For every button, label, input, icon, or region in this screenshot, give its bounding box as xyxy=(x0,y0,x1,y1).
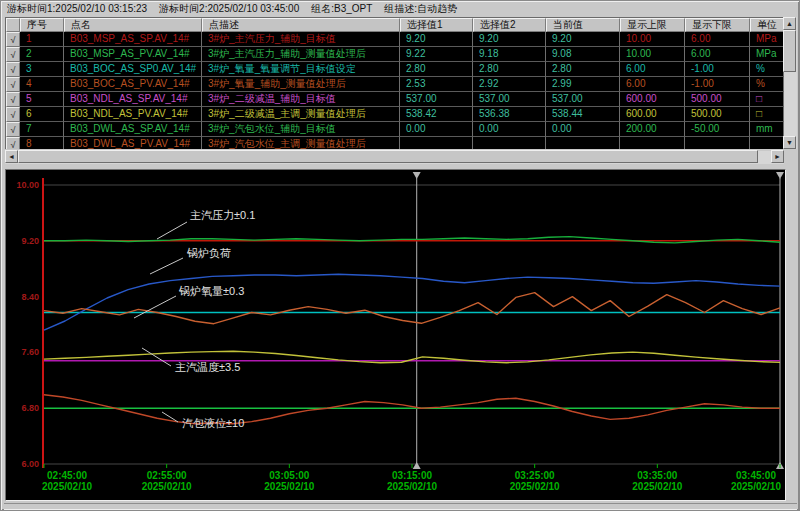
column-header[interactable]: 序号 xyxy=(20,18,64,32)
current-value: 2.99 xyxy=(546,77,620,92)
curve-label: 汽包液位±10 xyxy=(182,416,244,431)
cursor-2-top-handle[interactable] xyxy=(776,172,784,179)
selected-value-2: 536.38 xyxy=(473,107,546,122)
unit: □ xyxy=(750,92,784,107)
series-氧量_测量值 xyxy=(44,293,780,324)
selected-value-1 xyxy=(400,137,473,149)
x-axis-time-label: 03:35:00 xyxy=(632,470,682,481)
cursor1-time: 游标时间1:2025/02/10 03:15:23 xyxy=(7,3,147,14)
group-value: B3_OPT xyxy=(334,3,372,14)
column-header[interactable]: 显示上限 xyxy=(620,18,685,32)
selected-value-2 xyxy=(473,137,546,149)
column-header[interactable]: 显示下限 xyxy=(685,18,750,32)
curve-label: 主汽温度±3.5 xyxy=(175,360,240,375)
row-checkbox[interactable]: √ xyxy=(6,137,20,149)
selected-value-1: 0.00 xyxy=(400,122,473,137)
selected-value-2: 537.00 xyxy=(473,92,546,107)
x-axis-tick: 02:55:002025/02/10 xyxy=(142,470,192,492)
point-description: 3#炉_汽包水位_主调_测量值处理后 xyxy=(202,137,400,149)
row-checkbox[interactable]: √ xyxy=(6,77,20,92)
hscroll-thumb[interactable] xyxy=(18,150,758,163)
up-arrow-icon: ▲ xyxy=(786,20,793,27)
series-主汽压力_测量值 xyxy=(44,237,780,243)
point-description: 3#炉_二级减温_主调_测量值处理后 xyxy=(202,107,400,122)
column-header[interactable]: 选择值2 xyxy=(473,18,546,32)
x-axis-date-label: 2025/02/10 xyxy=(632,481,682,492)
table-vscrollbar[interactable]: ▲ ▼ xyxy=(784,17,797,149)
column-header[interactable]: 点名 xyxy=(64,18,202,32)
scroll-right-button[interactable]: ► xyxy=(771,150,784,163)
x-axis-time-label: 02:45:00 xyxy=(42,470,92,481)
table-row[interactable]: √5B03_NDL_AS_SP.AV_14#3#炉_二级减温_辅助_目标值537… xyxy=(6,92,784,107)
trend-chart[interactable]: 主汽压力±0.1锅炉负荷锅炉氧量±0.3主汽温度±3.5汽包液位±1010.00… xyxy=(5,169,786,501)
group-label: 组名: xyxy=(311,3,334,14)
column-header[interactable]: 点描述 xyxy=(202,18,400,32)
scroll-up-button[interactable]: ▲ xyxy=(783,17,796,30)
unit: □ xyxy=(750,107,784,122)
column-header[interactable] xyxy=(6,18,20,32)
display-lower-limit: 6.00 xyxy=(685,32,750,47)
display-lower-limit xyxy=(685,137,750,149)
x-axis-date-label: 2025/02/10 xyxy=(387,481,437,492)
selected-value-2: 2.92 xyxy=(473,77,546,92)
unit: % xyxy=(750,77,784,92)
y-axis-tick-label: 8.40 xyxy=(6,292,39,302)
table-row[interactable]: √8B03_DWL_AS_PV.AV_14#3#炉_汽包水位_主调_测量值处理后 xyxy=(6,137,784,149)
unit xyxy=(750,137,784,149)
table-row[interactable]: √1B03_MSP_AS_SP.AV_14#3#炉_主汽压力_辅助_目标值9.2… xyxy=(6,32,784,47)
group-desc-label: 组描述: xyxy=(384,3,417,14)
display-lower-limit: 500.00 xyxy=(685,92,750,107)
row-checkbox[interactable]: √ xyxy=(6,122,20,137)
unit: MPa xyxy=(750,47,784,62)
point-name: B03_NDL_AS_SP.AV_14# xyxy=(64,92,202,107)
vscroll-thumb[interactable] xyxy=(783,30,796,72)
row-index: 1 xyxy=(20,32,64,47)
row-index: 4 xyxy=(20,77,64,92)
column-header[interactable]: 单位 xyxy=(750,18,784,32)
scroll-down-button[interactable]: ▼ xyxy=(783,136,796,149)
trend-curves-svg xyxy=(6,170,787,502)
display-upper-limit: 600.00 xyxy=(620,107,685,122)
point-name: B03_MSP_AS_PV.AV_14# xyxy=(64,47,202,62)
trend-app-window: 游标时间1:2025/02/10 03:15:23游标时间2:2025/02/1… xyxy=(0,0,800,511)
cursor-1-bottom-handle[interactable] xyxy=(413,462,421,469)
x-axis-tick: 03:15:002025/02/10 xyxy=(387,470,437,492)
table-row[interactable]: √3B03_BOC_AS_SP0.AV_14#3#炉_氧量_氧量调节_目标值设定… xyxy=(6,62,784,77)
left-arrow-icon: ◄ xyxy=(8,153,15,160)
right-arrow-icon: ► xyxy=(774,153,781,160)
display-lower-limit: 500.00 xyxy=(685,107,750,122)
y-axis-tick-label: 10.00 xyxy=(6,180,39,190)
x-axis-date-label: 2025/02/10 xyxy=(510,481,560,492)
y-axis-tick-label: 6.80 xyxy=(6,403,39,413)
point-name: B03_MSP_AS_SP.AV_14# xyxy=(64,32,202,47)
row-checkbox[interactable]: √ xyxy=(6,47,20,62)
row-index: 7 xyxy=(20,122,64,137)
row-checkbox[interactable]: √ xyxy=(6,32,20,47)
cursor1-value: 2025/02/10 03:15:23 xyxy=(55,3,147,14)
display-upper-limit: 600.00 xyxy=(620,92,685,107)
table-row[interactable]: √6B03_NDL_AS_PV.AV_14#3#炉_二级减温_主调_测量值处理后… xyxy=(6,107,784,122)
point-name: B03_DWL_AS_PV.AV_14# xyxy=(64,137,202,149)
column-header[interactable]: 当前值 xyxy=(546,18,620,32)
table-row[interactable]: √2B03_MSP_AS_PV.AV_14#3#炉_主汽压力_辅助_测量值处理后… xyxy=(6,47,784,62)
display-upper-limit xyxy=(620,137,685,149)
selected-value-1: 2.80 xyxy=(400,62,473,77)
cursor-1-top-handle[interactable] xyxy=(413,172,421,179)
row-checkbox[interactable]: √ xyxy=(6,107,20,122)
table-hscrollbar[interactable]: ◄ ► xyxy=(5,151,784,164)
row-index: 6 xyxy=(20,107,64,122)
cursor2-time: 游标时间2:2025/02/10 03:45:00 xyxy=(159,3,299,14)
scroll-left-button[interactable]: ◄ xyxy=(5,150,18,163)
row-checkbox[interactable]: √ xyxy=(6,92,20,107)
point-description: 3#炉_氧量_氧量调节_目标值设定 xyxy=(202,62,400,77)
display-lower-limit: 6.00 xyxy=(685,47,750,62)
y-axis-tick-label: 6.00 xyxy=(6,459,39,469)
cursor2-value: 2025/02/10 03:45:00 xyxy=(207,3,299,14)
column-header[interactable]: 选择值1 xyxy=(400,18,473,32)
point-name: B03_NDL_AS_PV.AV_14# xyxy=(64,107,202,122)
row-checkbox[interactable]: √ xyxy=(6,62,20,77)
status-bar xyxy=(4,503,797,510)
table-row[interactable]: √4B03_BOC_AS_PV.AV_14#3#炉_氧量_辅助_测量值处理后2.… xyxy=(6,77,784,92)
selected-value-1: 9.20 xyxy=(400,32,473,47)
table-row[interactable]: √7B03_DWL_AS_SP.AV_14#3#炉_汽包水位_辅助_目标值0.0… xyxy=(6,122,784,137)
